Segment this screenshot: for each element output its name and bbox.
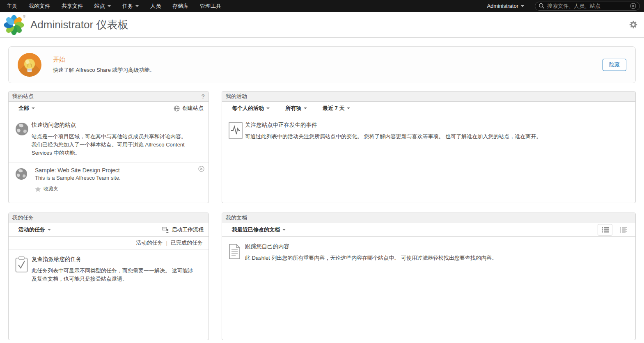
- globe-icon: [15, 121, 32, 157]
- site-description: This is a Sample Alfresco Team site.: [35, 175, 121, 181]
- my-documents-body: 跟踪您自己的内容 此 Dashlet 列出您的所有重要内容，无论这些内容在哪个站…: [222, 237, 635, 340]
- tasks-filter-label: 活动的任务: [18, 226, 45, 233]
- star-icon[interactable]: [35, 186, 41, 192]
- chevron-down-icon: [347, 107, 350, 109]
- workflow-icon: [162, 226, 169, 233]
- search-icon: [539, 3, 545, 9]
- help-icon[interactable]: ?: [201, 93, 205, 100]
- my-documents-title: 我的文档: [226, 214, 247, 222]
- site-info: Sample: Web Site Design Project This is …: [35, 167, 121, 192]
- search-box[interactable]: [535, 2, 640, 11]
- sites-filter-label: 全部: [18, 105, 29, 112]
- site-list-item[interactable]: Sample: Web Site Design Project This is …: [9, 162, 209, 197]
- nav-people[interactable]: 人员: [144, 0, 167, 12]
- completed-tasks-link[interactable]: 已完成的任务: [171, 239, 203, 247]
- chevron-down-icon: [266, 107, 270, 109]
- detailed-view-button[interactable]: [616, 224, 630, 236]
- alfresco-share-dashboard: 主页 我的文件 共享文件 站点 任务 人员 存储库 管理工具 Administr…: [0, 0, 644, 343]
- sites-intro-line1: 站点是一个项目区域，可在其中与其他站点成员共享和讨论内容。: [32, 133, 189, 141]
- start-workflow-button[interactable]: 启动工作流程: [162, 226, 204, 233]
- activities-intro-heading: 关注您站点中正在发生的事件: [245, 121, 541, 129]
- my-activities-title: 我的活动: [226, 93, 247, 100]
- document-icon: [229, 243, 245, 262]
- globe-icon: [174, 105, 180, 112]
- dashboard-settings-button[interactable]: [629, 21, 637, 29]
- nav-shared-files[interactable]: 共享文件: [56, 0, 89, 12]
- my-activities-header: 我的活动: [222, 91, 635, 102]
- create-site-label: 创建站点: [182, 105, 204, 112]
- nav-admin-tools[interactable]: 管理工具: [194, 0, 227, 12]
- remove-site-icon[interactable]: [198, 166, 204, 174]
- topbar-right: Administrator: [481, 2, 640, 11]
- chevron-down-icon: [304, 107, 307, 109]
- my-tasks-body: 复查指派给您的任务 此任务列表中可显示不同类型的任务，而您需要一一解决。 这可能…: [9, 249, 209, 340]
- nav-repository[interactable]: 存储库: [167, 0, 194, 12]
- documents-intro: 跟踪您自己的内容 此 Dashlet 列出您的所有重要内容，无论这些内容在哪个站…: [222, 237, 635, 267]
- my-activities-toolbar: 每个人的活动 所有项 最近 7 天: [222, 102, 635, 115]
- search-input[interactable]: [547, 3, 630, 9]
- activities-intro-paragraph: 可通过此列表中的活动关注您所属站点中的变化。 您将了解内容更新与喜欢等事项。 也…: [245, 133, 541, 141]
- alfresco-flower-icon: ®: [4, 14, 25, 35]
- top-nav-bar: 主页 我的文件 共享文件 站点 任务 人员 存储库 管理工具 Administr…: [0, 0, 644, 12]
- gear-icon: [629, 21, 637, 29]
- tasks-intro-heading: 复查指派给您的任务: [32, 256, 194, 263]
- documents-filter-label: 我最近已修改的文档: [232, 226, 280, 233]
- active-tasks-link[interactable]: 活动的任务: [136, 239, 163, 247]
- dashboard-main: 开始 快速了解 Alfresco Share 或学习高级功能。 隐藏 我的站点 …: [0, 38, 644, 340]
- activity-pulse-icon: [229, 121, 245, 141]
- activities-range-filter[interactable]: 最近 7 天: [323, 105, 350, 112]
- tasks-intro-paragraph: 此任务列表中可显示不同类型的任务，而您需要一一解决。 这可能涉及复查文档，也可能…: [32, 267, 194, 283]
- svg-text:®: ®: [23, 15, 25, 18]
- tasks-filter-dropdown[interactable]: 活动的任务: [18, 226, 51, 233]
- clear-search-icon[interactable]: [630, 3, 636, 9]
- create-site-button[interactable]: 创建站点: [174, 105, 204, 112]
- sites-intro-line2: 我们已经为您加入了一个样本站点。可用于浏览 Alfresco Content S…: [32, 141, 189, 157]
- view-toggles: [598, 224, 630, 236]
- getting-started-text: 开始 快速了解 Alfresco Share 或学习高级功能。: [53, 56, 155, 74]
- my-sites-dashlet: 我的站点 ? 全部 创建站点: [8, 91, 209, 203]
- chevron-down-icon: [282, 229, 286, 231]
- my-documents-toolbar: 我最近已修改的文档: [222, 223, 635, 237]
- getting-started-banner: 开始 快速了解 Alfresco Share 或学习高级功能。 隐藏: [8, 46, 636, 83]
- link-separator: |: [166, 240, 167, 246]
- dashlet-grid: 我的站点 ? 全部 创建站点: [8, 91, 636, 340]
- favorite-row: 收藏夹: [35, 185, 121, 192]
- documents-intro-text: 跟踪您自己的内容 此 Dashlet 列出您的所有重要内容，无论这些内容在哪个站…: [245, 243, 497, 262]
- activities-type-filter[interactable]: 所有项: [285, 105, 307, 112]
- site-name-link[interactable]: Sample: Web Site Design Project: [35, 167, 121, 174]
- activities-type-filter-label: 所有项: [285, 105, 301, 112]
- sites-filter-dropdown[interactable]: 全部: [18, 105, 35, 112]
- nav-my-files[interactable]: 我的文件: [23, 0, 56, 12]
- my-tasks-header: 我的任务: [9, 213, 209, 223]
- nav-tasks-menu[interactable]: 任务: [117, 0, 144, 12]
- my-activities-dashlet: 我的活动 每个人的活动 所有项 最近 7 天: [222, 91, 636, 203]
- my-tasks-dashlet: 我的任务 活动的任务 启动工作流程: [8, 213, 209, 340]
- nav-sites-menu[interactable]: 站点: [89, 0, 117, 12]
- user-menu[interactable]: Administrator: [481, 3, 530, 9]
- lightbulb-icon: [18, 53, 41, 77]
- my-tasks-title: 我的任务: [12, 214, 34, 222]
- nav-home[interactable]: 主页: [1, 0, 23, 12]
- simple-view-button[interactable]: [598, 224, 612, 236]
- chevron-down-icon: [108, 5, 111, 7]
- sites-intro: 快速访问您的站点 站点是一个项目区域，可在其中与其他站点成员共享和讨论内容。 我…: [9, 115, 209, 162]
- activities-user-filter-label: 每个人的活动: [232, 105, 264, 112]
- hide-button[interactable]: 隐藏: [603, 59, 626, 71]
- sites-intro-text: 快速访问您的站点 站点是一个项目区域，可在其中与其他站点成员共享和讨论内容。 我…: [32, 121, 189, 157]
- chevron-down-icon: [521, 5, 524, 7]
- detailed-list-icon: [620, 227, 627, 233]
- page-header: ® Administrator 仪表板: [0, 12, 644, 38]
- alfresco-logo: ®: [4, 14, 25, 35]
- activities-user-filter[interactable]: 每个人的活动: [232, 105, 270, 112]
- activities-range-filter-label: 最近 7 天: [323, 105, 344, 112]
- favorite-label: 收藏夹: [44, 185, 58, 192]
- tasks-intro: 复查指派给您的任务 此任务列表中可显示不同类型的任务，而您需要一一解决。 这可能…: [9, 249, 209, 288]
- task-clipboard-icon: [15, 256, 32, 283]
- my-tasks-toolbar: 活动的任务 启动工作流程: [9, 223, 209, 237]
- main-nav: 主页 我的文件 共享文件 站点 任务 人员 存储库 管理工具: [1, 0, 227, 12]
- chevron-down-icon: [48, 229, 51, 231]
- nav-tasks-label: 任务: [122, 0, 133, 12]
- my-activities-body: 关注您站点中正在发生的事件 可通过此列表中的活动关注您所属站点中的变化。 您将了…: [222, 115, 635, 203]
- getting-started-title: 开始: [53, 56, 155, 64]
- documents-filter-dropdown[interactable]: 我最近已修改的文档: [232, 226, 286, 233]
